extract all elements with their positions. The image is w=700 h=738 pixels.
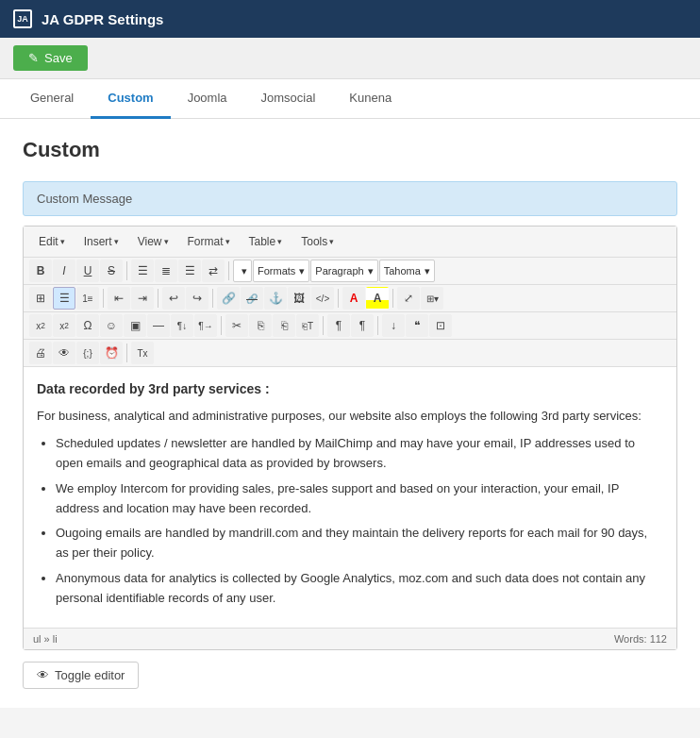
font-caret: ▾	[368, 265, 374, 277]
size-dropdown[interactable]: Tahoma ▾	[379, 260, 435, 282]
edit-caret: ▾	[60, 237, 65, 246]
show-invisible-btn[interactable]: ¶	[351, 314, 374, 337]
custom-message-label: Custom Message	[23, 181, 677, 216]
download-btn[interactable]: ↓	[382, 314, 405, 337]
list-item: Ougoing emails are handled by mandrill.c…	[56, 524, 663, 563]
menu-table[interactable]: Table ▾	[242, 232, 291, 251]
main-content: General Custom Joomla Jomsocial Kunena C…	[0, 79, 700, 708]
copy-btn[interactable]: ⎘	[249, 314, 272, 337]
tab-general[interactable]: General	[13, 79, 91, 119]
align-justify-btn[interactable]: ⇄	[202, 260, 225, 282]
blockquote-btn[interactable]: ❝	[406, 314, 428, 337]
toolbar-bar: ✎ Save	[0, 38, 700, 79]
list-item: Scheduled updates / newsletter are handl…	[56, 434, 663, 474]
preview-btn[interactable]: 👁	[53, 342, 75, 364]
superscript-btn[interactable]: x2	[53, 314, 75, 337]
tab-joomla[interactable]: Joomla	[171, 79, 244, 119]
paragraph-label: Formats	[258, 265, 295, 277]
toggle-editor-button[interactable]: 👁 Toggle editor	[23, 662, 139, 689]
special-chars-btn[interactable]: Ω	[76, 314, 99, 337]
font-dropdown[interactable]: Paragraph ▾	[310, 260, 377, 282]
toggle-editor-icon: 👁	[37, 668, 49, 682]
hr-btn[interactable]: —	[147, 314, 170, 337]
font-color-btn[interactable]: A	[342, 287, 365, 310]
menu-edit[interactable]: Edit ▾	[31, 232, 73, 251]
table-caret: ▾	[277, 237, 282, 246]
cut-btn[interactable]: ✂	[225, 314, 248, 337]
tab-kunena[interactable]: Kunena	[332, 79, 408, 119]
removeformat-btn[interactable]: Tx	[131, 342, 154, 364]
media-btn[interactable]: ▣	[124, 314, 146, 337]
table-insert-btn[interactable]: ⊞▾	[421, 287, 443, 310]
sep-10	[377, 316, 378, 335]
toggle-editor-label: Toggle editor	[55, 668, 125, 682]
align-center-btn[interactable]: ≣	[155, 260, 177, 282]
bullet-list-btn[interactable]: ☰	[53, 287, 75, 310]
format-caret: ▾	[225, 237, 230, 246]
charmap-btn[interactable]: ⊡	[429, 314, 452, 337]
image-btn[interactable]: 🖼	[288, 287, 310, 310]
pagebreak-btn[interactable]: ¶↓	[171, 314, 193, 337]
editor-status-bar: ul » li Words: 112	[24, 628, 676, 649]
italic-btn[interactable]: I	[53, 260, 75, 282]
list-item: We employ Intercom for providing sales, …	[56, 479, 663, 519]
menu-view[interactable]: View ▾	[130, 232, 176, 251]
tab-custom[interactable]: Custom	[91, 79, 170, 119]
paragraph-caret: ▾	[299, 265, 305, 277]
paragraph-dropdown[interactable]: Formats ▾	[253, 260, 309, 282]
editor-list: Scheduled updates / newsletter are handl…	[56, 434, 663, 608]
outdent-btn[interactable]: ⇤	[108, 287, 130, 310]
sep-5	[212, 289, 213, 308]
indent-btn[interactable]: ⇥	[131, 287, 154, 310]
toolbar-row-4: 🖨 👁 {;} ⏰ Tx	[24, 340, 676, 367]
underline-btn[interactable]: U	[76, 260, 99, 282]
unlink-btn[interactable]: 🔗	[241, 287, 263, 310]
content-area: Custom Custom Message Edit ▾ Insert ▾ Vi…	[0, 119, 700, 708]
sep-11	[126, 344, 127, 362]
table-grid-btn[interactable]: ⊞	[29, 287, 52, 310]
undo-btn[interactable]: ↩	[162, 287, 185, 310]
save-label: Save	[44, 51, 73, 65]
editor-menu-bar: Edit ▾ Insert ▾ View ▾ Format ▾ Table	[24, 226, 676, 258]
view-caret: ▾	[164, 237, 169, 246]
sep-3	[103, 289, 104, 308]
tab-jomsocial[interactable]: Jomsocial	[244, 79, 333, 119]
formats-dropdown[interactable]: ▾	[233, 260, 252, 282]
datetime-btn[interactable]: ⏰	[100, 342, 123, 364]
save-button[interactable]: ✎ Save	[13, 45, 88, 71]
source-btn[interactable]: {;}	[76, 342, 99, 364]
sep-1	[126, 261, 127, 280]
app-title: JA GDPR Settings	[42, 11, 163, 27]
editor-intro: For business, analytical and administrat…	[37, 407, 663, 427]
print-btn[interactable]: 🖨	[29, 342, 52, 364]
emoji-btn[interactable]: ☺	[100, 314, 123, 337]
subscript-btn[interactable]: x2	[29, 314, 52, 337]
anchor-btn[interactable]: ⚓	[264, 287, 287, 310]
align-right-btn[interactable]: ☰	[178, 260, 201, 282]
menu-tools[interactable]: Tools ▾	[293, 232, 342, 251]
page-title: Custom	[23, 138, 677, 162]
insert-caret: ▾	[114, 237, 119, 246]
align-left-btn[interactable]: ☰	[131, 260, 154, 282]
link-btn[interactable]: 🔗	[217, 287, 240, 310]
list-item: Anonymous data for analytics is collecte…	[56, 569, 663, 609]
highlight-btn[interactable]: A	[366, 287, 389, 310]
toolbar-row-3: x2 x2 Ω ☺ ▣ — ¶↓ ¶→ ✂ ⎘ ⎗ ⎗T ¶ ¶ ↓ ❝ ⊡	[24, 312, 676, 340]
formats-caret: ▾	[242, 265, 247, 277]
bold-btn[interactable]: B	[29, 260, 52, 282]
menu-insert[interactable]: Insert ▾	[76, 232, 126, 251]
editor-body[interactable]: Data recorded by 3rd party services : Fo…	[24, 367, 676, 628]
redo-btn[interactable]: ↪	[186, 287, 208, 310]
menu-format[interactable]: Format ▾	[180, 232, 238, 251]
numbered-list-btn[interactable]: 1≡	[76, 287, 99, 310]
fullscreen-btn[interactable]: ⤢	[397, 287, 420, 310]
tools-caret: ▾	[329, 237, 334, 246]
editor-path: ul » li	[33, 633, 58, 645]
paste-text-btn[interactable]: ⎗T	[296, 314, 319, 337]
code-btn[interactable]: </>	[311, 287, 334, 310]
toolbar-row-1: B I U S ☰ ≣ ☰ ⇄ ▾ Formats ▾ Pa	[24, 258, 676, 285]
nonbreaking-btn[interactable]: ¶→	[194, 314, 217, 337]
show-blocks-btn[interactable]: ¶	[327, 314, 350, 337]
strikethrough-btn[interactable]: S	[100, 260, 123, 282]
paste-btn[interactable]: ⎗	[273, 314, 295, 337]
